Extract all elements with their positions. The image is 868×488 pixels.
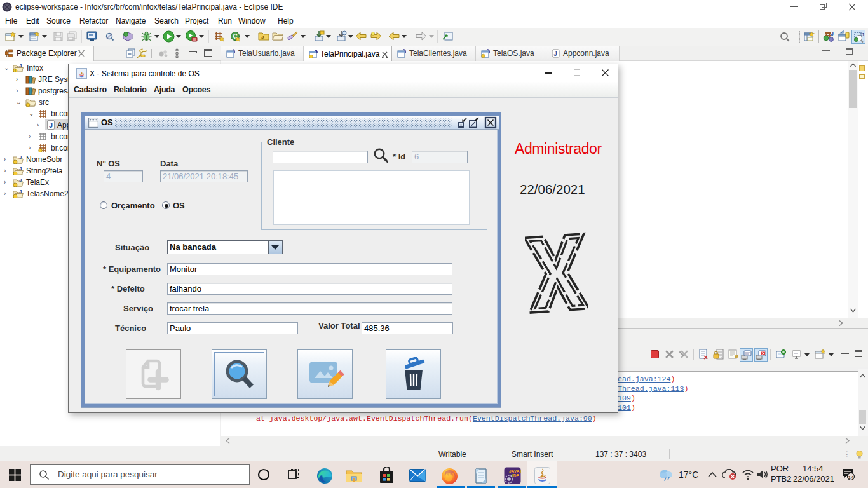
svg-text:14: 14 xyxy=(848,475,854,480)
svg-text:J: J xyxy=(19,64,22,69)
svg-text:J: J xyxy=(19,155,22,160)
svg-text:J: J xyxy=(19,189,22,194)
svg-text:J: J xyxy=(49,121,53,129)
svg-text:J: J xyxy=(553,50,557,57)
svg-text:JAVA EE: JAVA EE xyxy=(509,469,521,473)
svg-text:IDE: IDE xyxy=(512,473,520,478)
svg-text:J: J xyxy=(19,166,22,172)
svg-text:J: J xyxy=(831,30,834,37)
svg-text:J: J xyxy=(19,178,22,183)
svg-text:J: J xyxy=(862,32,864,37)
svg-text:!: ! xyxy=(15,68,16,72)
svg-text:J: J xyxy=(261,34,264,40)
